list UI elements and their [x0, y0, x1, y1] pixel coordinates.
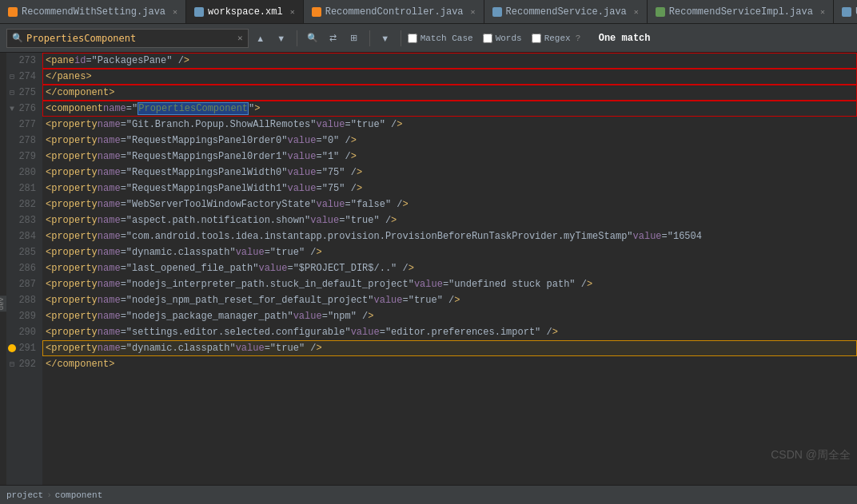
line-number-289: 289 — [6, 308, 42, 324]
match-case-checkbox[interactable] — [408, 34, 417, 43]
tab-recommend-service[interactable]: RecommendService.java ✕ — [484, 0, 648, 24]
code-line-273: <pane id="PackagesPane" /> — [42, 53, 857, 69]
user-icon — [842, 7, 851, 17]
clear-search-icon[interactable]: ✕ — [237, 33, 243, 43]
service-icon — [492, 7, 502, 17]
code-content: <pane id="PackagesPane" /> </panes></com… — [42, 53, 857, 485]
tab-close-icon[interactable]: ✕ — [290, 7, 295, 17]
regex-checkbox[interactable] — [532, 34, 541, 43]
fold-marker[interactable]: ⊟ — [10, 72, 14, 81]
java-icon — [8, 7, 18, 17]
words-checkbox[interactable] — [483, 34, 492, 43]
code-line-277: <property name="Git.Branch.Popup.ShowAll… — [42, 117, 857, 133]
code-line-278: <property name="RequestMappingsPanel0rde… — [42, 133, 857, 149]
fold-marker[interactable]: ▼ — [10, 105, 14, 113]
code-line-279: <property name="RequestMappingsPanel0rde… — [42, 149, 857, 165]
code-line-288: <property name="nodejs_npm_path_reset_fo… — [42, 292, 857, 308]
tab-label: RecommendServiceImpl.java — [669, 6, 813, 18]
line-number-290: 290 — [6, 324, 42, 340]
breadcrumb-project[interactable]: project — [6, 490, 43, 500]
code-line-291: <property name="dynamic.classpath" value… — [42, 340, 857, 356]
search-input[interactable] — [26, 33, 234, 44]
line-number-283: 283 — [6, 212, 42, 228]
code-line-285: <property name="dynamic.classpath" value… — [42, 244, 857, 260]
code-line-292: </component> — [42, 356, 857, 372]
line-number-273: 273 — [6, 53, 42, 69]
tab-label: workspace.xml — [208, 6, 283, 18]
tab-close-icon[interactable]: ✕ — [173, 7, 177, 17]
line-number-286: 286 — [6, 260, 42, 276]
tab-recommend-service-impl[interactable]: RecommendServiceImpl.java ✕ — [648, 0, 834, 24]
tab-recommend-with-setting[interactable]: RecommendWithSetting.java ✕ — [0, 0, 186, 24]
tab-user[interactable]: User.java ✕ — [834, 0, 857, 24]
line-number-277: 277 — [6, 117, 42, 133]
code-line-286: <property name="last_opened_file_path" v… — [42, 260, 857, 276]
line-number-281: 281 — [6, 181, 42, 196]
filter-button[interactable]: ▼ — [377, 30, 394, 47]
code-line-280: <property name="RequestMappingsPanelWidt… — [42, 165, 857, 181]
line-number-285: 285 — [6, 244, 42, 260]
line-number-282: 282 — [6, 196, 42, 212]
code-line-274: </panes> — [42, 69, 857, 85]
search-bar: 🔍 ✕ ▲ ▼ 🔍 ⇄ ⊞ ▼ Match Case Words Regex ?… — [0, 24, 857, 53]
tab-close-icon[interactable]: ✕ — [820, 7, 825, 17]
breadcrumb-separator: › — [46, 490, 52, 500]
code-line-287: <property name="nodejs_interpreter_path.… — [42, 276, 857, 292]
line-number-280: 280 — [6, 165, 42, 181]
match-case-option[interactable]: Match Case — [408, 34, 473, 43]
find-replace-button[interactable]: ⇄ — [325, 30, 342, 47]
line-number-284: 284 — [6, 228, 42, 244]
code-line-290: <property name="settings.editor.selected… — [42, 324, 857, 340]
code-line-276: <component name="PropertiesComponent"> — [42, 101, 857, 117]
line-number-288: 288 — [6, 292, 42, 308]
tab-bar: RecommendWithSetting.java ✕ workspace.xm… — [0, 0, 857, 24]
find-button[interactable]: 🔍 — [304, 30, 321, 47]
words-label: Words — [496, 34, 522, 43]
line-number-275: ⊟275 — [6, 85, 42, 101]
java-icon — [312, 7, 321, 17]
editor-container: dev 273⊟274⊟275▼276277278279280281282283… — [0, 53, 857, 485]
tab-close-icon[interactable]: ✕ — [634, 7, 639, 17]
tab-close-icon[interactable]: ✕ — [471, 7, 476, 17]
match-result: One match — [587, 33, 650, 44]
tab-recommend-controller[interactable]: RecommendController.java ✕ — [304, 0, 484, 24]
line-number-291: 291 — [6, 340, 42, 356]
line-number-279: 279 — [6, 149, 42, 165]
code-line-282: <property name="WebServerToolWindowFacto… — [42, 196, 857, 212]
find-all-button[interactable]: ⊞ — [345, 30, 363, 47]
left-gutter: dev — [0, 53, 6, 485]
warning-icon — [8, 344, 16, 352]
code-line-289: <property name="nodejs_package_manager_p… — [42, 308, 857, 324]
tab-label: RecommendWithSetting.java — [22, 6, 165, 18]
regex-help-icon[interactable]: ? — [576, 34, 581, 43]
regex-label: Regex — [544, 34, 571, 43]
code-line-284: <property name="com.android.tools.idea.i… — [42, 228, 857, 244]
line-number-276: ▼276 — [6, 101, 42, 117]
search-icon: 🔍 — [12, 33, 23, 43]
code-line-275: </component> — [42, 85, 857, 101]
impl-icon — [656, 7, 665, 17]
match-count: One match — [599, 33, 651, 44]
separator2 — [369, 30, 370, 46]
tab-workspace-xml[interactable]: workspace.xml ✕ — [186, 0, 304, 24]
line-number-292: ⊟292 — [6, 356, 42, 372]
line-number-278: 278 — [6, 133, 42, 149]
search-input-wrapper: 🔍 ✕ — [6, 29, 249, 48]
fold-marker[interactable]: ⊟ — [10, 359, 14, 369]
line-number-287: 287 — [6, 276, 42, 292]
tab-label: RecommendService.java — [506, 6, 627, 18]
match-case-label: Match Case — [421, 34, 473, 43]
xml-icon — [194, 7, 204, 17]
line-numbers: 273⊟274⊟275▼2762772782792802812822832842… — [6, 53, 42, 485]
next-match-button[interactable]: ▼ — [273, 30, 290, 47]
line-number-274: ⊟274 — [6, 69, 42, 85]
regex-option[interactable]: Regex ? — [532, 34, 581, 43]
separator — [297, 30, 297, 46]
dev-sidebar-label: dev — [0, 296, 6, 312]
breadcrumb-component[interactable]: component — [55, 490, 102, 500]
breadcrumb-bar: project › component — [0, 485, 857, 504]
prev-match-button[interactable]: ▲ — [252, 30, 269, 47]
fold-marker[interactable]: ⊟ — [10, 88, 14, 97]
words-option[interactable]: Words — [483, 34, 522, 43]
code-line-281: <property name="RequestMappingsPanelWidt… — [42, 181, 857, 196]
